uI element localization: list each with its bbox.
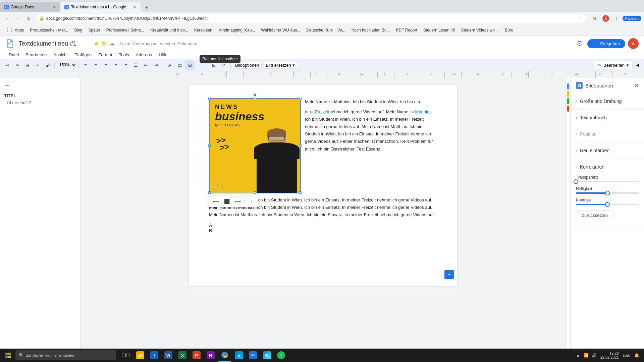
new-tab-button[interactable]: + — [142, 3, 151, 12]
bookmark-blog[interactable]: Blog — [71, 26, 85, 34]
bookmark-deutsche-kurs[interactable]: Deutsche Kurs + Vo... — [304, 26, 348, 34]
outline-back-button[interactable]: ← — [4, 82, 76, 89]
handle-bl[interactable] — [208, 191, 211, 194]
taskbar-task-view[interactable]: ❑❑ — [119, 349, 133, 362]
align-right-button[interactable]: ≡ — [101, 60, 110, 70]
settings-button[interactable]: ⋮ — [612, 14, 621, 23]
redo-button[interactable]: ↪ — [13, 60, 22, 70]
inline-more-button[interactable]: ⋮ — [247, 197, 256, 206]
justify-button[interactable]: ≡ — [111, 60, 120, 70]
tray-volume-icon[interactable]: 🔊 — [591, 352, 598, 359]
back-button[interactable]: ← — [3, 14, 12, 23]
bookmark-mindmapping[interactable]: Mindmapping (Gru... — [216, 26, 258, 34]
indent-more-button[interactable]: ⇥ — [151, 60, 161, 70]
bookmark-kreativitaet[interactable]: Kreativität und Insp... — [148, 26, 191, 34]
menu-tools[interactable]: Tools — [115, 51, 132, 59]
bild-ersetzen-button[interactable]: Bild ersetzen ▾ — [264, 62, 297, 69]
menu-format[interactable]: Format — [95, 51, 115, 59]
panel-section-korrekturen-row[interactable]: › Korrekturen — [571, 162, 644, 172]
handle-br[interactable] — [299, 191, 302, 194]
extensions-button[interactable]: ⧉ — [590, 14, 600, 23]
taskbar-search-box[interactable]: 🔍 Zur Suche Text hier eingeben — [15, 350, 116, 360]
right-panel-close-button[interactable]: ✕ — [634, 82, 639, 89]
bookmark-kursideen[interactable]: Kursideen — [192, 26, 215, 34]
taskbar-store[interactable]: 🛍 — [260, 349, 274, 362]
forward-button[interactable]: → — [13, 14, 23, 23]
profile-circle[interactable]: A — [601, 14, 610, 23]
image-container[interactable]: NEWS business MIT TOBIAS >> >> — [209, 98, 301, 194]
tray-language[interactable]: DEU — [623, 353, 631, 357]
folder-icon[interactable]: 📁 — [101, 41, 107, 46]
tab-textdokument[interactable]: D Textdokument neu #1 - Google ... ✕ — [60, 2, 141, 12]
outline-title-item[interactable]: TITEL — [4, 93, 76, 98]
paint-format-button[interactable]: 🖌 — [43, 60, 52, 70]
inline-align-center-button[interactable]: ⬛ — [222, 197, 231, 206]
bookmark-apps[interactable]: ⋮⋮ Apps — [3, 26, 26, 34]
tray-network-icon[interactable]: 📶 — [583, 352, 590, 359]
helligkeit-thumb[interactable] — [605, 191, 610, 195]
link-freizeit[interactable]: er Freizeit — [310, 109, 329, 114]
doc-title-input[interactable] — [17, 40, 91, 48]
panel-toggle-button[interactable]: ◀ — [633, 61, 641, 69]
bookmark-steuern-videos[interactable]: Steuern Videos wic... — [459, 26, 502, 34]
share-button[interactable]: 👤 Freigeben — [587, 39, 625, 48]
border-weight-button[interactable]: ⊟ — [185, 60, 195, 70]
menu-datei[interactable]: Datei — [5, 51, 22, 59]
align-left-button[interactable]: ≡ — [81, 60, 90, 70]
inline-align-left-button[interactable]: ⟵ — [211, 197, 221, 206]
link-matthias[interactable]: Matthias — [415, 109, 432, 114]
chat-button[interactable]: 💬 — [574, 38, 585, 49]
menu-bearbeiten[interactable]: Bearbeiten — [22, 51, 50, 59]
bookmark-wahlfaecher[interactable]: Wahlfächer WU Aus... — [258, 26, 303, 34]
bookmark-produktsuche[interactable]: Produktsuche - Mer... — [27, 26, 71, 34]
bearbeiten-button[interactable]: ✏ Bearbeiten ▾ — [594, 61, 633, 69]
bookmark-buero[interactable]: Büro — [502, 26, 516, 34]
cloud-icon[interactable]: ☁ — [110, 41, 114, 46]
tab-close-textdokument[interactable]: ✕ — [132, 5, 137, 10]
taskbar-word[interactable]: W — [162, 349, 175, 362]
bookmark-professionell[interactable]: Professionell Schre... — [104, 26, 147, 34]
taskbar-excel[interactable]: X — [176, 349, 189, 362]
taskbar-mail[interactable]: ✉ — [246, 349, 260, 362]
floating-add-button[interactable]: + — [444, 270, 454, 279]
inline-align-right-button[interactable]: ⟶ — [233, 197, 242, 206]
print-button[interactable]: 🖨 — [23, 60, 32, 70]
zoom-select[interactable]: 150% 100% 75% — [57, 62, 76, 68]
star-button[interactable]: ★ — [94, 41, 99, 47]
panel-section-groesse-row[interactable]: › Größe und Drehung — [571, 96, 644, 107]
text-color-button[interactable]: A — [165, 60, 174, 70]
tab-close-googledocs[interactable]: ✕ — [52, 5, 56, 10]
panel-section-neueinfaerben-row[interactable]: › Neu einfärben — [571, 145, 644, 156]
menu-addons[interactable]: Add-ons — [132, 51, 155, 59]
address-bar[interactable]: 🔒 docs.google.com/document/d/1hUH8k6h7Lb… — [35, 14, 586, 23]
handle-tr[interactable] — [299, 98, 302, 100]
tab-google-docs[interactable]: G Google Docs ✕ — [0, 2, 60, 12]
tray-up-icon[interactable]: ▲ — [575, 352, 582, 359]
bookmark-noch-hochladen[interactable]: Noch hochladen Bu... — [349, 26, 393, 34]
pause-button[interactable]: Pausiert — [623, 16, 641, 21]
menu-hilfe[interactable]: Hilfe — [155, 51, 171, 59]
taskbar-onenote[interactable]: N — [204, 349, 217, 362]
bookmark-spaeter[interactable]: Später — [86, 26, 103, 34]
handle-tm[interactable] — [254, 98, 256, 100]
handle-mr[interactable] — [299, 144, 302, 147]
bulleted-list-button[interactable]: ☰ — [131, 60, 141, 70]
bookmark-pdf-report[interactable]: PDF Report — [393, 26, 420, 34]
taskbar-explorer[interactable]: 📁 — [133, 349, 147, 362]
reload-button[interactable]: ↻ — [24, 14, 34, 23]
taskbar-chrome[interactable] — [218, 349, 231, 362]
border-color-button[interactable]: ▤ — [175, 60, 184, 70]
start-button[interactable] — [1, 349, 15, 362]
indent-less-button[interactable]: ⇤ — [141, 60, 151, 70]
panel-section-textumbruch-row[interactable]: › Textumbruch — [571, 112, 644, 123]
undo-button[interactable]: ↩ — [3, 60, 12, 70]
kontrast-thumb[interactable] — [605, 202, 610, 207]
handle-ml[interactable] — [208, 144, 211, 147]
address-url[interactable]: docs.google.com/document/d/1hUH8k6h7Lb8y… — [46, 16, 576, 21]
outline-item-uberschrift[interactable]: Überschrift 2 — [4, 100, 76, 106]
spell-check-button[interactable]: ✓ — [33, 60, 42, 70]
tray-datetime[interactable]: 19:26 22.02.2021 — [600, 351, 619, 359]
taskbar-powerpoint[interactable]: P — [190, 349, 203, 362]
doc-area[interactable]: NEWS business MIT TOBIAS >> >> — [80, 78, 566, 362]
transparenz-thumb[interactable] — [574, 179, 578, 184]
